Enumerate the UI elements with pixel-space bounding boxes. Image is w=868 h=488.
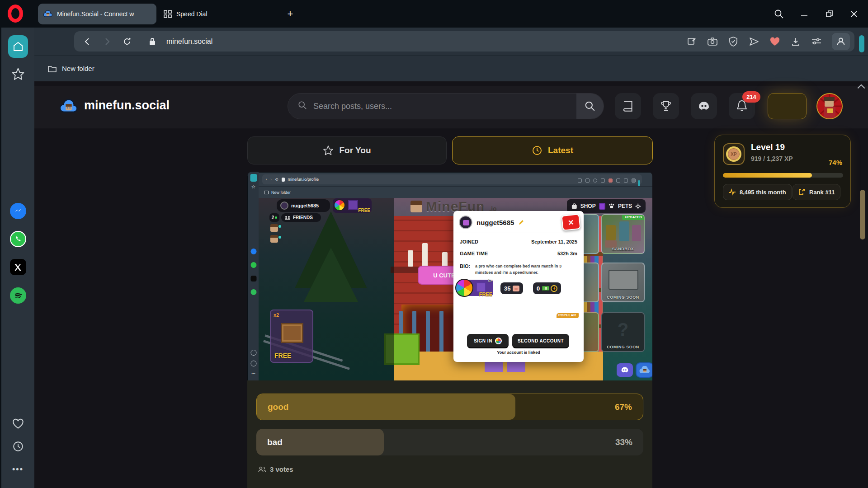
window-close-button[interactable] (846, 6, 862, 22)
add-money-icon[interactable]: + (551, 285, 557, 292)
user-avatar[interactable] (816, 93, 843, 119)
feed-tab-latest[interactable]: Latest (452, 136, 653, 164)
nested-url-text: minefun.io/profile (288, 177, 319, 182)
poll-percent-bad: 33% (615, 437, 632, 447)
poll-option-bad[interactable]: bad 33% (256, 429, 643, 455)
sidebar-spotify-icon[interactable] (10, 287, 26, 304)
sidebar-panel-indicator[interactable] (859, 35, 864, 52)
sidebar-messenger-icon[interactable] (10, 203, 26, 219)
wiki-book-button[interactable] (615, 93, 641, 119)
minefun-social-logo[interactable] (60, 98, 78, 116)
nested-address-icons (578, 178, 636, 183)
sidebar-history-clock-icon[interactable] (11, 440, 25, 453)
address-bar-actions (686, 31, 850, 52)
nested-bookmark-label: New folder (271, 190, 291, 195)
modal-header: nugget5685 (459, 216, 524, 229)
modal-close-button[interactable]: ✕ (561, 214, 580, 231)
snapshot-camera-icon[interactable] (707, 36, 718, 47)
url-text[interactable]: minefun.social (166, 38, 212, 46)
minefun-io-game-screen: U CUTE :3 nugget5685 FREE MineFun (259, 198, 652, 380)
nested-sidebar: ☆ ••• (247, 172, 259, 380)
friend-online-dot (278, 225, 281, 228)
pig-icon (513, 286, 519, 291)
site-search-bar (288, 93, 604, 119)
sidebar-whatsapp-icon[interactable] (10, 231, 26, 247)
send-to-flow-icon[interactable] (749, 36, 760, 47)
modal-divider (453, 233, 584, 233)
sign-in-button[interactable]: SIGN IN (467, 334, 509, 347)
browser-profile-button[interactable] (832, 33, 850, 50)
opera-logo-icon[interactable] (5, 4, 25, 23)
friend-online-dot (278, 236, 281, 239)
game-card-coming-soon[interactable]: ? COMING SOON (601, 312, 645, 352)
game-card-coming-soon[interactable]: COMING SOON (601, 263, 645, 302)
poll-percent-good: 67% (615, 402, 632, 412)
prize-wheel-icon (334, 199, 345, 211)
free-crate-card[interactable]: x2 FREE (270, 310, 313, 363)
game-cloud-button[interactable] (636, 362, 652, 378)
sidebar-more-options-icon[interactable]: ••• (11, 462, 25, 476)
post-image-screenshot[interactable]: ☆ ••• ‹›⟲ minefun.io/profile (247, 172, 652, 380)
search-input[interactable] (313, 102, 576, 111)
game-player-avatar (280, 202, 288, 210)
card-label: COMING SOON (602, 345, 644, 349)
nested-folder-icon (264, 191, 269, 194)
lock-icon[interactable] (146, 35, 159, 48)
forward-button[interactable] (100, 35, 114, 48)
prize-crate-icon (348, 200, 358, 210)
leaderboard-trophy-button[interactable] (653, 93, 679, 119)
browser-address-row: minefun.social (34, 28, 868, 55)
back-button[interactable] (80, 35, 94, 48)
search-submit-button[interactable] (576, 93, 604, 119)
second-account-button[interactable]: SECOND ACCOUNT (512, 334, 569, 347)
easy-setup-sliders-icon[interactable] (811, 36, 822, 47)
favorites-heart-icon[interactable] (769, 36, 780, 47)
shield-check-icon[interactable] (728, 36, 739, 47)
sidebar-bookmarks-star-icon[interactable] (10, 66, 26, 82)
gear-icon (635, 203, 641, 209)
second-account-label: SECOND ACCOUNT (518, 338, 564, 343)
joined-row: JOINED September 11, 2025 (460, 239, 577, 244)
edit-pencil-icon[interactable] (518, 219, 524, 225)
game-player-tag[interactable]: nugget5685 (277, 199, 330, 212)
modal-spinner-widget[interactable]: 2x FREE (458, 280, 493, 296)
feed-tab-for-you[interactable]: For You (247, 136, 447, 164)
account-linked-note: Your account is linked (453, 350, 584, 355)
nested-dots-icon: ••• (251, 371, 255, 375)
minefun-social-page: minefun.social 214 (34, 81, 868, 488)
minefun-favicon-cloud (43, 10, 52, 18)
reload-button[interactable] (120, 35, 134, 48)
game-discord-button[interactable] (617, 363, 633, 377)
pig-currency-pill: 35 (500, 282, 523, 294)
game-spinner-widget[interactable]: FREE (333, 198, 372, 213)
level-title: Level 19 (751, 142, 785, 152)
bookmark-new-folder[interactable]: New folder (48, 65, 94, 72)
sidebar-x-twitter-icon[interactable] (10, 259, 26, 275)
titlebar-search-button[interactable] (771, 6, 787, 22)
discord-button[interactable] (691, 93, 717, 119)
highlighted-empty-button[interactable] (768, 93, 807, 119)
browser-tab-active[interactable]: Minefun.Social - Connect w (38, 4, 156, 24)
address-bar[interactable]: minefun.social (74, 31, 854, 52)
bio-label: BIO: (460, 263, 470, 269)
window-restore-button[interactable] (822, 6, 837, 22)
profile-modal: nugget5685 ✕ JOINED September 11, 2025 G… (453, 211, 584, 362)
sidebar-home-button[interactable] (8, 35, 28, 58)
monthly-xp-chip: 8,495 this month (723, 184, 792, 200)
modal-username: nugget5685 (476, 219, 514, 226)
game-card-sandbox[interactable]: UPDATED SANDBOX (601, 214, 645, 254)
new-tab-button[interactable]: + (284, 8, 297, 20)
paw-icon (609, 203, 615, 209)
people-icon (284, 216, 291, 220)
sidebar-likes-heart-icon[interactable] (11, 417, 25, 431)
poll-option-good[interactable]: good 67% (256, 394, 643, 420)
friends-button[interactable]: FRIENDS (281, 213, 321, 222)
bookmark-edit-icon[interactable] (686, 36, 697, 47)
rank-label: Rank #11 (809, 189, 835, 196)
browser-tab-speed-dial[interactable]: Speed Dial (159, 4, 212, 24)
window-minimize-button[interactable] (797, 6, 812, 22)
activity-pulse-icon (729, 188, 736, 196)
page-scrollbar-thumb[interactable] (860, 190, 865, 239)
page-scroll-up-arrow[interactable] (856, 82, 866, 90)
downloads-icon[interactable] (790, 36, 801, 47)
